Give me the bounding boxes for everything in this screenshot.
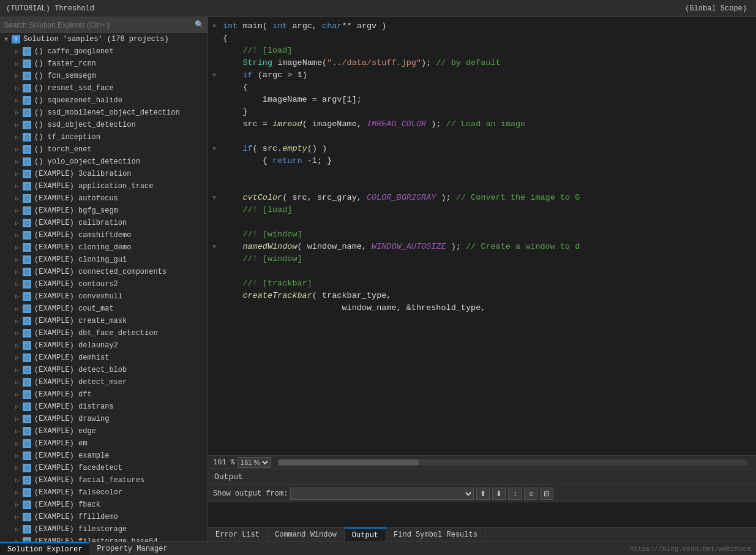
search-input[interactable] <box>4 21 195 29</box>
zoom-select[interactable]: 161 % 100 % 125 % 150 % 200 % <box>238 457 271 468</box>
sidebar-item[interactable]: ▷ ⬡ () faster_rcnn <box>0 58 208 70</box>
item-arrow: ▷ <box>12 342 22 349</box>
sidebar-item[interactable]: ▷ ⬡ (EXAMPLE) demhist <box>0 352 208 364</box>
item-label: () ssd_object_detection <box>34 121 136 129</box>
output-btn-3[interactable]: ↕ <box>508 488 522 500</box>
code-line <box>208 167 756 179</box>
sidebar-item[interactable]: ▷ ⬡ (EXAMPLE) create_mask <box>0 315 208 327</box>
sidebar-item[interactable]: ▷ ⬡ (EXAMPLE) filestorage <box>0 523 208 535</box>
project-icon: ⬡ <box>22 512 32 522</box>
sidebar-item[interactable]: ▷ ⬡ () fcn_semsegm <box>0 70 208 82</box>
sidebar-item[interactable]: ▷ ⬡ () squeezenet_halide <box>0 94 208 107</box>
fold-btn[interactable]: ▼ <box>208 143 220 155</box>
output-header: Output <box>208 469 756 485</box>
code-line: ▼ if (argc > 1) <box>208 69 756 81</box>
item-label: (EXAMPLE) falsecolor <box>34 488 122 497</box>
item-arrow: ▷ <box>12 440 22 447</box>
sidebar-item[interactable]: ▷ ⬡ (EXAMPLE) cout_mat <box>0 303 208 315</box>
item-arrow: ▷ <box>12 428 22 435</box>
item-arrow: ▷ <box>12 477 22 484</box>
sidebar-item[interactable]: ▷ ⬡ (EXAMPLE) edge <box>0 425 208 437</box>
sidebar-item[interactable]: ▷ ⬡ (EXAMPLE) camshiftdemo <box>0 229 208 241</box>
item-label: (EXAMPLE) demhist <box>34 353 109 362</box>
sidebar-item[interactable]: ▷ ⬡ (EXAMPLE) em <box>0 437 208 450</box>
output-btn-5[interactable]: ⊟ <box>540 488 553 500</box>
item-label: (EXAMPLE) delaunay2 <box>34 341 118 350</box>
item-arrow: ▷ <box>12 513 22 521</box>
code-line: ▼ namedWindow( window_name, WINDOW_AUTOS… <box>208 241 756 253</box>
sidebar-item[interactable]: ▷ ⬡ (EXAMPLE) application_trace <box>0 180 208 192</box>
fold-btn[interactable]: ▼ <box>208 20 220 32</box>
item-arrow: ▷ <box>12 97 22 104</box>
line-text: } <box>220 106 756 118</box>
tab-find-symbol[interactable]: Find Symbol Results <box>386 527 485 542</box>
fold-btn[interactable]: ▼ <box>208 241 220 253</box>
sidebar-item[interactable]: ▷ ⬡ (EXAMPLE) cloning_gui <box>0 254 208 266</box>
sidebar-item[interactable]: ▷ ⬡ (EXAMPLE) fback <box>0 499 208 511</box>
sidebar-item[interactable]: ▷ ⬡ () tf_inception <box>0 131 208 143</box>
sidebar-item[interactable]: ▷ ⬡ (EXAMPLE) bgfg_segm <box>0 205 208 217</box>
sidebar-item[interactable]: ▷ ⬡ (EXAMPLE) detect_blob <box>0 364 208 376</box>
sidebar-item[interactable]: ▷ ⬡ (EXAMPLE) drawing <box>0 413 208 425</box>
sidebar-item[interactable]: ▷ ⬡ (EXAMPLE) connected_components <box>0 266 208 278</box>
sidebar-item[interactable]: ▷ ⬡ () torch_enet <box>0 143 208 156</box>
line-text: { <box>220 81 756 94</box>
output-source-select[interactable] <box>290 488 474 500</box>
item-arrow: ▷ <box>12 281 22 288</box>
sidebar-item[interactable]: ▷ ⬡ (EXAMPLE) contours2 <box>0 278 208 290</box>
sidebar-item[interactable]: ▷ ⬡ () resnet_ssd_face <box>0 82 208 94</box>
sidebar-item[interactable]: ▷ ⬡ (EXAMPLE) autofocus <box>0 192 208 205</box>
sidebar-item[interactable]: ▷ ⬡ () ssd_mobilenet_object_detection <box>0 107 208 119</box>
search-icon: 🔍 <box>195 20 204 29</box>
tab-output[interactable]: Output <box>345 527 386 542</box>
fold-btn[interactable]: ▼ <box>208 192 220 204</box>
sidebar-item[interactable]: ▷ ⬡ (EXAMPLE) facial_features <box>0 474 208 486</box>
sidebar-item[interactable]: ▷ ⬡ () caffe_googlenet <box>0 45 208 58</box>
sidebar-item[interactable]: ▷ ⬡ (EXAMPLE) dbt_face_detection <box>0 327 208 339</box>
project-icon: ⬡ <box>22 524 32 534</box>
item-label: (EXAMPLE) detect_blob <box>34 366 127 374</box>
code-line: String imageName("../data/stuff.jpg"); /… <box>208 57 756 69</box>
sidebar-item[interactable]: ▷ ⬡ (EXAMPLE) 3calibration <box>0 168 208 180</box>
item-label: (EXAMPLE) connected_components <box>34 268 167 276</box>
sidebar-item[interactable]: ▷ ⬡ () yolo_object_detection <box>0 156 208 168</box>
sidebar-item[interactable]: ▷ ⬡ (EXAMPLE) detect_mser <box>0 376 208 388</box>
sidebar-tree[interactable]: ▼ S Solution 'samples' (178 projects) ▷ … <box>0 33 208 542</box>
footer-tab-property-manager[interactable]: Property Manager <box>89 542 174 555</box>
project-icon: ⬡ <box>22 96 32 105</box>
sidebar-item[interactable]: ▷ ⬡ (EXAMPLE) filestorage_base64 <box>0 535 208 542</box>
tab-find-symbol-label: Find Symbol Results <box>394 530 477 539</box>
sidebar-item[interactable]: ▷ ⬡ (EXAMPLE) facedetect <box>0 462 208 474</box>
code-line: { <box>208 32 756 45</box>
tab-error-list[interactable]: Error List <box>208 527 268 542</box>
item-label: (EXAMPLE) distrans <box>34 402 114 411</box>
code-scroll[interactable]: ▼ int main( int argc, char** argv ) { //… <box>208 17 756 455</box>
sidebar-item[interactable]: ▷ ⬡ () ssd_object_detection <box>0 119 208 131</box>
sidebar-item[interactable]: ▷ ⬡ (EXAMPLE) delaunay2 <box>0 339 208 352</box>
output-btn-4[interactable]: ≡ <box>524 488 537 500</box>
zoom-value: 161 % <box>213 458 235 467</box>
footer-tab-solution-explorer[interactable]: Solution Explorer <box>0 542 89 555</box>
sidebar-item[interactable]: ▷ ⬡ (EXAMPLE) cloning_demo <box>0 241 208 254</box>
item-arrow: ▷ <box>12 391 22 398</box>
solution-root[interactable]: ▼ S Solution 'samples' (178 projects) <box>0 33 208 45</box>
sidebar-item[interactable]: ▷ ⬡ (EXAMPLE) ffilldemo <box>0 511 208 523</box>
project-icon: ⬡ <box>22 169 32 179</box>
fold-btn[interactable]: ▼ <box>208 69 220 81</box>
sidebar-item[interactable]: ▷ ⬡ (EXAMPLE) dft <box>0 388 208 401</box>
search-bar[interactable]: 🔍 <box>0 17 208 33</box>
sidebar-item[interactable]: ▷ ⬡ (EXAMPLE) distrans <box>0 401 208 413</box>
sidebar-item[interactable]: ▷ ⬡ (EXAMPLE) convexhull <box>0 290 208 303</box>
output-btn-2[interactable]: ⬇ <box>492 488 506 500</box>
sidebar-item[interactable]: ▷ ⬡ (EXAMPLE) calibration <box>0 217 208 229</box>
tab-command-window[interactable]: Command Window <box>268 527 345 542</box>
project-icon: ⬡ <box>22 47 32 56</box>
item-arrow: ▷ <box>12 268 22 276</box>
horizontal-scrollbar[interactable] <box>278 459 747 466</box>
line-text: cvtColor( src, src_gray, COLOR_BGR2GRAY … <box>220 192 756 204</box>
sidebar-item[interactable]: ▷ ⬡ (EXAMPLE) example <box>0 450 208 462</box>
code-content: ▼ int main( int argc, char** argv ) { //… <box>208 17 756 317</box>
output-btn-1[interactable]: ⬆ <box>476 488 490 500</box>
item-arrow: ▷ <box>12 403 22 410</box>
sidebar-item[interactable]: ▷ ⬡ (EXAMPLE) falsecolor <box>0 486 208 499</box>
